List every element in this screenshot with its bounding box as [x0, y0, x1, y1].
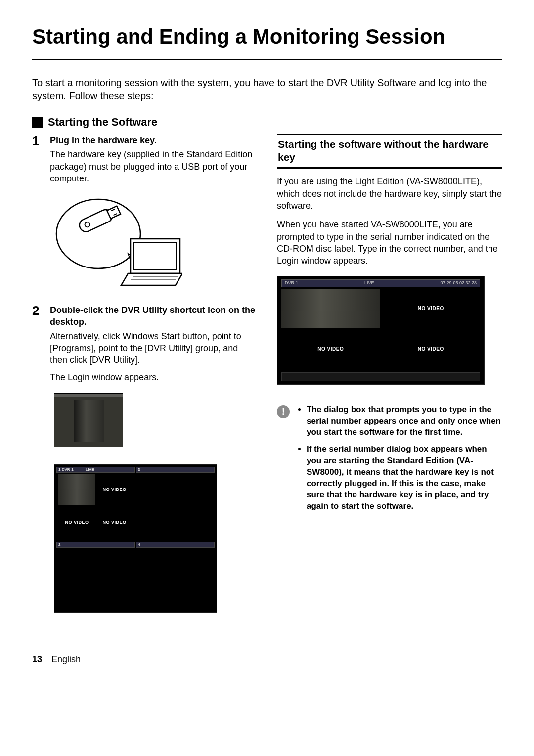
- step-2-body-2: The Login window appears.: [50, 371, 257, 383]
- sidebox-p1: If you are using the Light Edition (VA-S…: [277, 176, 502, 212]
- step-1-number: 1: [32, 134, 43, 184]
- left-column: 1 Plug in the hardware key. The hardware…: [32, 134, 257, 623]
- quad-bar-1: 1 DVR-1 LIVE: [56, 467, 135, 473]
- svg-rect-7: [134, 242, 177, 270]
- page-footer: 13 English: [32, 653, 502, 665]
- quad-cell-camera: [58, 474, 95, 506]
- sidebox-heading: Starting the software without the hardwa…: [277, 134, 502, 169]
- quad-screenshot: 1 DVR-1 LIVE NO VIDEO NO VIDEO NO VIDEO …: [54, 464, 217, 613]
- quad-cell-novideo: NO VIDEO: [58, 506, 95, 538]
- intro-paragraph: To start a monitoring session with the s…: [32, 76, 502, 103]
- page-title: Starting and Ending a Monitoring Session: [32, 25, 502, 48]
- svg-point-0: [56, 199, 140, 268]
- section-heading-text: Starting the Software: [48, 115, 157, 130]
- section-heading: Starting the Software: [32, 115, 502, 130]
- step-2-number: 2: [32, 304, 43, 383]
- screenshot-cell-camera: [281, 289, 380, 328]
- sidebox-p2: When you have started VA-SW8000LITE, you…: [277, 219, 502, 267]
- usb-laptop-icon: [54, 194, 182, 293]
- screenshot-cell-novideo: NO VIDEO: [382, 289, 481, 328]
- step-1: 1 Plug in the hardware key. The hardware…: [32, 134, 257, 184]
- exclamation-icon: !: [277, 405, 290, 418]
- block-marker-icon: [32, 117, 43, 128]
- quad-bar-2: 2: [56, 542, 135, 548]
- alert-item-1: The dialog box that prompts you to type …: [307, 404, 502, 439]
- quad-cell-novideo: NO VIDEO: [96, 506, 133, 538]
- step-1-body: The hardware key (supplied in the Standa…: [50, 148, 257, 184]
- quad-cell-novideo: NO VIDEO: [96, 474, 133, 506]
- screenshot-cell-novideo: NO VIDEO: [281, 329, 380, 368]
- step-1-head: Plug in the hardware key.: [50, 134, 257, 146]
- title-rule: [32, 59, 502, 60]
- step-2-body-1: Alternatively, click Windows Start butto…: [50, 330, 257, 366]
- page-number: 13: [32, 654, 42, 664]
- quad-bar-3: 3: [136, 467, 215, 473]
- alert-item-2: If the serial number dialog box appears …: [307, 444, 502, 512]
- step-2: 2 Double-click the DVR Utility shortcut …: [32, 304, 257, 383]
- page-language: English: [51, 654, 81, 664]
- alert-block: ! The dialog box that prompts you to typ…: [277, 404, 502, 512]
- login-window-thumbnail: 1 DVR-1 LIVE NO VIDEO NO VIDEO NO VIDEO …: [54, 393, 257, 613]
- right-column: Starting the software without the hardwa…: [277, 134, 502, 512]
- usb-laptop-illustration: [54, 194, 257, 293]
- screenshot-cell-novideo: NO VIDEO: [382, 329, 481, 368]
- step-2-head: Double-click the DVR Utility shortcut ic…: [50, 304, 257, 328]
- quad-bar-4: 4: [136, 542, 215, 548]
- screenshot-title-bar: DVR-1 LIVE 07-29-05 02:32:28: [281, 279, 480, 287]
- lite-login-screenshot: DVR-1 LIVE 07-29-05 02:32:28 NO VIDEO NO…: [277, 276, 485, 385]
- screenshot-bottom-bar: [281, 372, 480, 381]
